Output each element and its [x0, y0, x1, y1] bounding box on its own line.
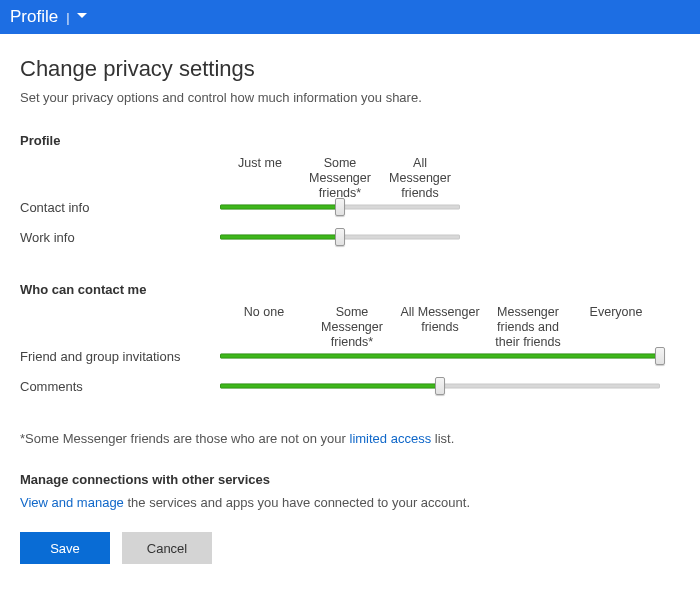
button-row: Save Cancel [20, 532, 680, 564]
profile-section: Profile Contact info Work info Just me S… [20, 133, 680, 252]
col-header: Messenger friends and their friends [484, 305, 572, 341]
cancel-button[interactable]: Cancel [122, 532, 212, 564]
row-label: Comments [20, 371, 220, 401]
manage-title: Manage connections with other services [20, 472, 680, 487]
row-label: Work info [20, 222, 220, 252]
row-label: Contact info [20, 192, 220, 222]
profile-column-headers: Just me Some Messenger friends* All Mess… [220, 156, 460, 192]
view-and-manage-link[interactable]: View and manage [20, 495, 124, 510]
footnote: *Some Messenger friends are those who ar… [20, 431, 680, 446]
topbar-divider: | [66, 10, 69, 25]
col-header: All Messenger friends [396, 305, 484, 341]
footnote-suffix: list. [431, 431, 454, 446]
contact-section: Who can contact me Friend and group invi… [20, 282, 680, 401]
manage-text: View and manage the services and apps yo… [20, 495, 680, 510]
chevron-down-icon[interactable] [76, 10, 88, 25]
contact-info-slider[interactable] [220, 199, 460, 215]
save-button[interactable]: Save [20, 532, 110, 564]
footnote-prefix: *Some Messenger friends are those who ar… [20, 431, 350, 446]
contact-section-title: Who can contact me [20, 282, 680, 297]
col-header: Everyone [572, 305, 660, 341]
row-label: Friend and group invitations [20, 341, 220, 371]
content-area: Change privacy settings Set your privacy… [0, 34, 700, 584]
profile-section-title: Profile [20, 133, 680, 148]
col-header: Just me [220, 156, 300, 192]
page-heading: Change privacy settings [20, 56, 680, 82]
col-header: Some Messenger friends* [308, 305, 396, 341]
col-header: No one [220, 305, 308, 341]
contact-column-headers: No one Some Messenger friends* All Messe… [220, 305, 660, 341]
top-bar: Profile | [0, 0, 700, 34]
invitations-slider[interactable] [220, 348, 660, 364]
col-header: Some Messenger friends* [300, 156, 380, 192]
work-info-slider[interactable] [220, 229, 460, 245]
comments-slider[interactable] [220, 378, 660, 394]
topbar-title: Profile [10, 7, 58, 27]
limited-access-link[interactable]: limited access [350, 431, 432, 446]
col-header: All Messenger friends [380, 156, 460, 192]
manage-rest: the services and apps you have connected… [124, 495, 470, 510]
page-subtitle: Set your privacy options and control how… [20, 90, 680, 105]
